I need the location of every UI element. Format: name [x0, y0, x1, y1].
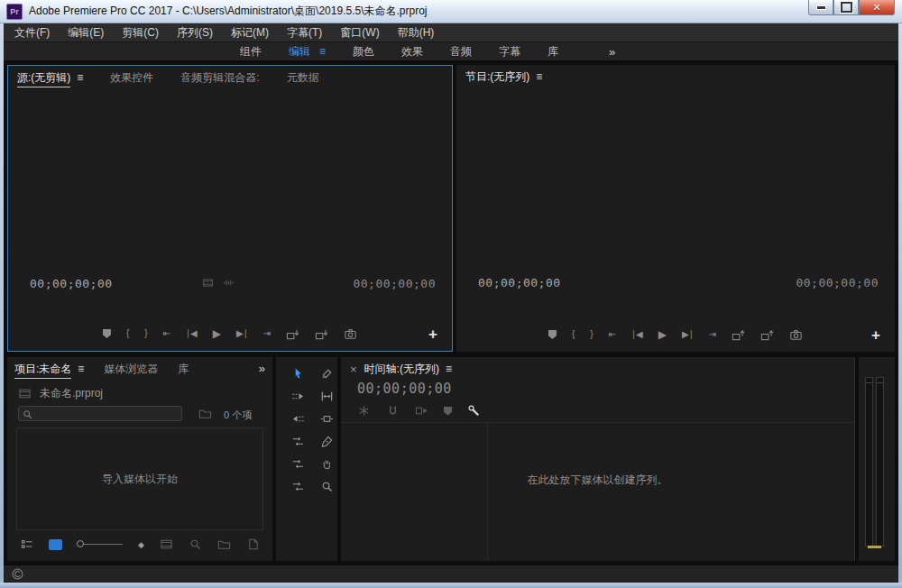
tab-metadata[interactable]: 元数据: [287, 70, 319, 86]
tab-effect-controls[interactable]: 效果控件: [110, 70, 153, 86]
menu-sequence[interactable]: 序列(S): [177, 25, 213, 41]
panel-menu-icon[interactable]: ≡: [536, 70, 542, 83]
goto-out-icon[interactable]: ⇥: [709, 330, 716, 339]
step-forward-icon[interactable]: ▶∣: [682, 330, 694, 339]
linked-selection-icon[interactable]: [415, 404, 428, 418]
project-empty-area[interactable]: 导入媒体以开始: [16, 427, 263, 530]
timeline-timecode[interactable]: 00;00;00;00: [357, 381, 452, 397]
window-controls: ✕: [808, 0, 895, 15]
ripple-edit-tool[interactable]: [320, 390, 334, 403]
nest-sequence-icon[interactable]: [357, 404, 371, 418]
export-frame-icon[interactable]: [789, 328, 803, 342]
workspace-tab-titles[interactable]: 字幕: [499, 44, 520, 60]
minimize-button[interactable]: [808, 0, 833, 15]
snap-magnet-icon[interactable]: [386, 404, 400, 418]
export-frame-icon[interactable]: [344, 327, 357, 341]
search-input[interactable]: [35, 407, 181, 422]
workspace-tab-color[interactable]: 颜色: [353, 44, 374, 60]
mark-out-icon[interactable]: }: [590, 330, 593, 339]
timeline-settings-wrench-icon[interactable]: [467, 404, 481, 418]
panel-menu-icon[interactable]: ≡: [78, 363, 84, 375]
button-editor-icon[interactable]: +: [428, 326, 437, 342]
panel-menu-icon[interactable]: ≡: [446, 363, 452, 375]
mark-in-icon[interactable]: {: [572, 330, 575, 339]
new-bin-icon[interactable]: [217, 537, 231, 551]
project-footer-toolbar: ◆: [20, 537, 260, 551]
goto-in-icon[interactable]: ⇤: [163, 329, 170, 338]
track-select-forward-tool[interactable]: [291, 390, 305, 403]
workspace-tab-audio[interactable]: 音频: [450, 44, 472, 60]
selection-tool[interactable]: [291, 367, 305, 381]
add-marker-icon[interactable]: [548, 330, 557, 339]
new-item-icon[interactable]: [246, 537, 260, 551]
meter-peak-indicator: [868, 546, 881, 548]
creative-cloud-sync-icon[interactable]: [11, 567, 24, 581]
mark-out-icon[interactable]: }: [144, 329, 147, 338]
close-panel-icon[interactable]: ×: [350, 363, 357, 376]
list-view-icon[interactable]: [20, 537, 33, 551]
menu-clip[interactable]: 剪辑(C): [122, 25, 159, 41]
track-select-backward-tool[interactable]: [291, 412, 305, 426]
button-editor-icon[interactable]: +: [871, 327, 880, 343]
insert-icon[interactable]: [286, 327, 299, 341]
tab-program[interactable]: 节目:(无序列)≡: [465, 69, 542, 85]
pen-tool[interactable]: [320, 435, 334, 448]
goto-in-icon[interactable]: ⇤: [609, 330, 616, 339]
add-marker-icon[interactable]: [444, 407, 452, 416]
zoom-slider-knob[interactable]: [77, 540, 84, 547]
menu-window[interactable]: 窗口(W): [340, 25, 379, 41]
project-file-row: 未命名.prproj: [18, 386, 103, 401]
tab-timeline[interactable]: 时间轴:(无序列)≡: [364, 362, 452, 377]
play-icon[interactable]: ▶: [658, 329, 667, 340]
close-button[interactable]: ✕: [859, 0, 895, 15]
tab-audio-clip-mixer[interactable]: 音频剪辑混合器:: [180, 70, 259, 86]
workspace-tab-libraries[interactable]: 库: [548, 44, 558, 60]
drag-audio-only-icon[interactable]: [223, 277, 235, 289]
search-bin-icon[interactable]: [198, 407, 212, 420]
lift-icon[interactable]: [732, 328, 745, 342]
workspace-menu-icon[interactable]: ≡: [319, 45, 326, 58]
drag-video-only-icon[interactable]: [202, 277, 214, 289]
workspace-overflow-icon[interactable]: »: [609, 45, 615, 59]
audio-meters-panel: [859, 357, 895, 561]
timeline-track-divider[interactable]: [487, 422, 488, 561]
workspace-tab-effects[interactable]: 效果: [401, 44, 423, 60]
sort-icons-icon[interactable]: ◆: [138, 540, 144, 549]
menu-titles[interactable]: 字幕(T): [287, 25, 322, 41]
rolling-edit-tool[interactable]: [320, 412, 334, 426]
maximize-button[interactable]: [833, 0, 859, 15]
tab-project[interactable]: 项目:未命名≡: [14, 362, 84, 377]
panel-menu-icon[interactable]: ≡: [77, 71, 83, 84]
mark-in-icon[interactable]: {: [126, 329, 129, 338]
play-icon[interactable]: ▶: [213, 328, 221, 339]
zoom-slider[interactable]: [78, 544, 123, 545]
step-back-icon[interactable]: ∣◀: [631, 330, 643, 339]
razor-tool[interactable]: [320, 367, 334, 381]
workspace-tab-editing[interactable]: 编辑: [289, 44, 310, 60]
panel-overflow-icon[interactable]: »: [259, 362, 265, 375]
find-icon[interactable]: [189, 537, 202, 551]
zoom-tool[interactable]: [320, 480, 334, 493]
workspace-tab-assembly[interactable]: 组件: [240, 44, 262, 60]
slip-tool[interactable]: [291, 457, 305, 471]
menu-markers[interactable]: 标记(M): [231, 25, 269, 41]
extract-icon[interactable]: [760, 328, 774, 342]
import-hint-text: 导入媒体以开始: [102, 472, 178, 487]
menu-file[interactable]: 文件(F): [14, 25, 50, 41]
tab-libraries[interactable]: 库: [178, 362, 189, 377]
automate-to-sequence-icon[interactable]: [160, 537, 173, 551]
step-forward-icon[interactable]: ▶∣: [236, 329, 248, 338]
project-file-name: 未命名.prproj: [40, 386, 103, 401]
step-back-icon[interactable]: ∣◀: [186, 329, 198, 338]
tab-source[interactable]: 源:(无剪辑)≡: [17, 70, 83, 86]
menu-edit[interactable]: 编辑(E): [68, 25, 104, 41]
tab-media-browser[interactable]: 媒体浏览器: [104, 362, 158, 377]
rate-stretch-tool[interactable]: [291, 480, 305, 493]
menu-help[interactable]: 帮助(H): [398, 25, 435, 41]
slide-tool[interactable]: [291, 435, 305, 448]
hand-tool[interactable]: [320, 457, 334, 471]
add-marker-icon[interactable]: [103, 329, 111, 338]
goto-out-icon[interactable]: ⇥: [263, 329, 271, 338]
icon-view-icon[interactable]: [49, 539, 62, 550]
overwrite-icon[interactable]: [315, 327, 328, 341]
